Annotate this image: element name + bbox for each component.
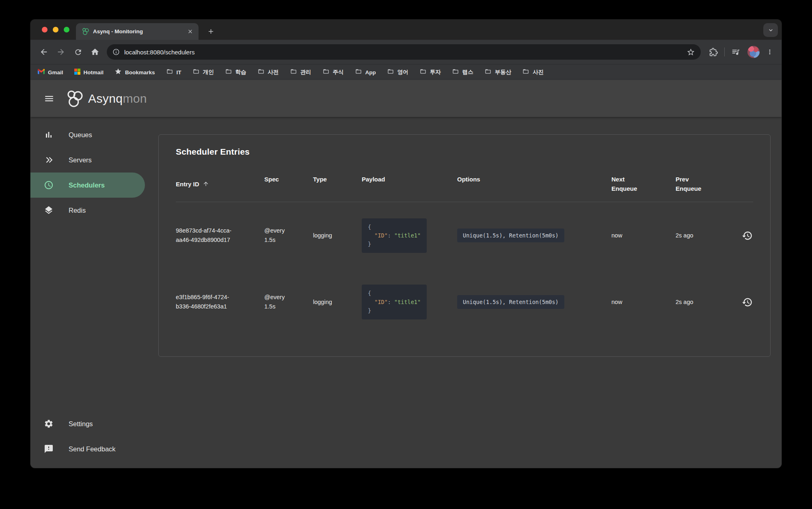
entry-id-cell: e3f1b865-9f6f-4724-b336-4680f2fe63a1	[176, 293, 243, 311]
gear-icon	[44, 419, 54, 429]
folder-icon	[484, 68, 492, 76]
extensions-icon[interactable]	[705, 43, 722, 60]
media-controls-icon[interactable]	[727, 43, 744, 60]
column-header-spec[interactable]: Spec	[264, 175, 313, 194]
reload-button[interactable]	[69, 43, 86, 60]
bookmark-label: 투자	[430, 69, 441, 76]
folder-icon	[452, 68, 459, 76]
bookmark-label: Bookmarks	[125, 69, 155, 75]
minimize-window-button[interactable]	[53, 27, 58, 32]
browser-tab-asynq[interactable]: Asynq - Monitoring	[76, 23, 199, 40]
toolbar-separator	[724, 47, 725, 56]
column-header-options[interactable]: Options	[457, 175, 611, 194]
page-title: Scheduler Entries	[176, 147, 753, 157]
prev-enqueue-cell: 2s ago	[676, 299, 740, 305]
bookmark-item[interactable]: 사진	[522, 68, 544, 76]
bookmark-label: Gmail	[48, 69, 63, 75]
bookmark-item[interactable]: 학습	[225, 68, 246, 76]
folder-icon	[192, 68, 200, 76]
sidebar-item-send-feedback[interactable]: Send Feedback	[30, 436, 145, 462]
table-row: e3f1b865-9f6f-4724-b336-4680f2fe63a1 @ev…	[176, 253, 753, 319]
bookmark-item[interactable]: Bookmarks	[114, 68, 155, 77]
bookmark-label: 주식	[333, 69, 344, 76]
column-header-prev-enqueue[interactable]: Prev Enqueue	[676, 175, 706, 194]
sidebar-item-label: Queues	[69, 131, 92, 139]
clock-icon	[44, 180, 54, 190]
sidebar-item-redis[interactable]: Redis	[30, 198, 145, 223]
back-button[interactable]	[35, 43, 52, 60]
next-enqueue-cell: now	[611, 232, 676, 239]
sidebar-item-settings[interactable]: Settings	[30, 411, 145, 436]
sidebar-item-queues[interactable]: Queues	[30, 122, 145, 147]
payload-key: ID	[374, 232, 388, 239]
bookmark-label: 영어	[397, 69, 408, 76]
home-button[interactable]	[86, 43, 104, 60]
bookmark-item[interactable]: 투자	[419, 68, 441, 76]
star-filled-icon	[114, 68, 122, 77]
new-tab-button[interactable]	[204, 25, 217, 38]
column-header-entry-id[interactable]: Entry ID	[176, 175, 264, 194]
payload-code-block: { ID: title1 }	[362, 285, 427, 319]
table-row: 98e873cd-af74-4cca-aa46-492db8900d17 @ev…	[176, 202, 753, 253]
folder-icon	[225, 68, 232, 76]
payload-code-block: { ID: title1 }	[362, 218, 427, 253]
bookmark-item[interactable]: 영어	[387, 68, 408, 76]
tab-search-button[interactable]	[763, 23, 778, 37]
zoom-window-button[interactable]	[64, 27, 69, 32]
folder-icon	[290, 68, 297, 76]
asynqmon-brand[interactable]: Asynqmon	[65, 89, 147, 108]
forward-button[interactable]	[52, 43, 69, 60]
sidebar: Queues Servers Schedulers	[30, 117, 158, 468]
asynq-favicon-icon	[82, 28, 89, 35]
bookmark-item[interactable]: 부동산	[484, 68, 512, 76]
bookmark-label: 관리	[300, 69, 311, 76]
column-header-type[interactable]: Type	[313, 175, 362, 194]
bookmark-item[interactable]: App	[355, 68, 376, 76]
close-window-button[interactable]	[42, 27, 48, 32]
bookmark-label: 학습	[235, 69, 246, 76]
bookmarks-bar: Gmail Hotmail Bookmarks	[30, 64, 782, 80]
bookmark-item[interactable]: 주식	[322, 68, 344, 76]
url-text[interactable]: localhost:8080/schedulers	[124, 49, 679, 56]
bar-chart-icon	[44, 130, 54, 140]
hamburger-menu-icon[interactable]	[39, 89, 59, 108]
history-icon[interactable]	[740, 229, 754, 242]
asynqmon-logo-icon	[65, 89, 84, 108]
double-arrow-icon	[44, 155, 54, 165]
folder-icon	[166, 68, 173, 76]
bookmark-label: 사전	[268, 69, 279, 76]
bookmark-star-icon[interactable]	[684, 45, 698, 59]
browser-menu-icon[interactable]	[763, 43, 777, 60]
bookmark-item[interactable]: 개인	[192, 68, 214, 76]
folder-icon	[322, 68, 330, 76]
app-header: Asynqmon	[30, 80, 782, 117]
bookmark-item[interactable]: Gmail	[38, 69, 63, 76]
next-enqueue-cell: now	[611, 299, 676, 305]
bookmark-label: App	[365, 69, 376, 75]
address-bar[interactable]: localhost:8080/schedulers	[107, 44, 701, 60]
options-cell: Unique(1.5s), Retention(5m0s)	[457, 295, 564, 309]
bookmark-item[interactable]: 랩스	[452, 68, 473, 76]
sidebar-item-label: Send Feedback	[69, 445, 116, 453]
history-icon[interactable]	[740, 295, 754, 309]
scheduler-entries-card: Scheduler Entries Entry ID Spec Type Pay…	[158, 134, 771, 357]
tab-title: Asynq - Monitoring	[93, 28, 182, 35]
gmail-icon	[38, 69, 45, 76]
sort-ascending-icon	[203, 181, 209, 187]
sidebar-item-schedulers[interactable]: Schedulers	[30, 173, 145, 198]
sidebar-item-servers[interactable]: Servers	[30, 147, 145, 173]
profile-avatar[interactable]	[747, 46, 760, 58]
bookmark-item[interactable]: 사전	[257, 68, 279, 76]
bookmark-item[interactable]: IT	[166, 68, 181, 76]
microsoft-icon	[74, 69, 80, 76]
tab-close-icon[interactable]	[186, 27, 194, 36]
column-header-payload[interactable]: Payload	[362, 175, 457, 194]
site-info-icon[interactable]	[112, 48, 120, 56]
sidebar-item-label: Schedulers	[69, 181, 105, 189]
payload-key: ID	[374, 299, 388, 305]
column-header-next-enqueue[interactable]: Next Enqueue	[611, 175, 642, 194]
app-body: Queues Servers Schedulers	[30, 117, 782, 468]
sidebar-item-label: Servers	[69, 156, 92, 164]
bookmark-item[interactable]: Hotmail	[74, 69, 104, 76]
bookmark-item[interactable]: 관리	[290, 68, 311, 76]
